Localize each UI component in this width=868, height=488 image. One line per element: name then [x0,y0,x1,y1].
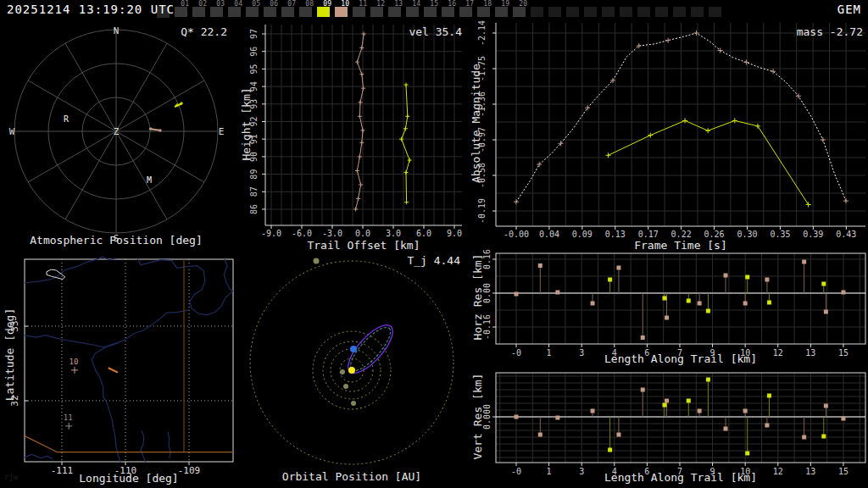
marker-square [515,292,519,297]
tick-label: 0.09 [572,230,593,239]
frame-box[interactable] [246,7,259,17]
polar-spoke [65,131,116,219]
frame-box[interactable] [406,7,419,17]
datetime-display: 20251214 13:19:20 UTC [7,3,175,16]
marker-square [616,266,620,270]
marker-square [765,424,769,428]
tick-label: 0.00 [482,283,492,303]
frame-box[interactable] [442,7,454,17]
frame-box[interactable] [388,7,401,17]
site-label: 10 [70,358,79,366]
frame-box[interactable] [228,7,241,17]
marker-square [538,263,542,268]
latitude-axis-label: Latitude [deg] [3,270,16,440]
tick-label: -0 [511,348,521,358]
lake-outline [47,269,65,279]
frame-label: 11 [359,0,367,8]
marker-square [616,433,620,437]
tick-label: 0.04 [539,230,559,239]
frame-label: 06 [270,0,278,8]
q-value: Q* 22.2 [125,26,227,38]
polar-spoke [28,131,116,182]
frame-time-title: Frame Time [s] [579,240,782,252]
frame-box[interactable] [335,7,348,17]
tick-label: 0.22 [671,230,692,239]
frame-box[interactable] [513,7,526,17]
frame-box[interactable] [299,7,312,17]
marker-square [665,316,669,320]
polar-spoke [65,43,116,131]
frame-box[interactable] [637,7,650,17]
tick-label: 3.0 [386,229,401,238]
marker-square [841,417,845,421]
marker-square [608,278,612,282]
frame-box[interactable] [495,7,508,17]
river [168,432,170,458]
compass-north-label: N [114,25,120,36]
frame-box[interactable] [353,7,365,17]
marker-square [591,409,595,413]
magnitude-plot: -0.000.040.090.130.170.220.260.300.350.3… [477,20,865,239]
marker-square [821,282,826,286]
frame-box[interactable] [709,7,721,17]
frame-box[interactable] [548,7,561,17]
tick-label: 0.26 [704,230,725,239]
zenith-label: Z [114,126,120,137]
frame-box[interactable] [192,7,205,17]
marker-square [824,310,828,314]
frame-box[interactable] [691,7,704,17]
marker-square [802,260,806,264]
frame-box[interactable] [281,7,294,17]
magnitude-axis-label: Absolute Magnitude [470,39,482,208]
tick-label: 9.0 [447,229,462,238]
frame-box[interactable] [620,7,632,17]
frame-label: 04 [234,0,242,8]
frame-box[interactable] [602,7,615,17]
frame-box[interactable] [459,7,472,17]
tick-label: 15 [838,348,849,358]
frame-box[interactable] [210,7,223,17]
frame-label: 12 [376,0,385,8]
vert-res-plot: -0134679101213150.000 [482,373,865,476]
marker-square [743,302,748,306]
marker-square [724,274,728,278]
ground-track [108,368,118,372]
frame-box[interactable] [584,7,597,17]
frame-box[interactable] [673,7,686,17]
frame-label: 15 [430,0,438,8]
moon-label: M [147,175,152,185]
marker-square [824,404,828,408]
atmospheric-plot: NSWEZRM [9,25,225,244]
tisserand-value: T_j 4.44 [359,255,460,267]
tick-label: 0.0 [355,229,370,238]
river [137,259,233,315]
state-border [25,435,58,452]
frame-box[interactable] [566,7,579,17]
atmospheric-title: Atmospheric Position [deg] [2,235,231,247]
marker-square [662,297,666,301]
trail-title: Trail Offset [km] [262,240,465,252]
mars-dot [351,401,356,406]
marker-square [802,435,806,440]
marker-square [724,427,728,431]
tick-label: -0.00 [504,230,529,239]
frame-box[interactable] [317,7,330,17]
frame-box[interactable] [424,7,437,17]
frame-box[interactable] [175,7,187,17]
marker-square [767,394,771,398]
frame-box[interactable] [264,7,276,17]
frame-label: 02 [198,0,207,8]
frame-box[interactable] [531,7,543,17]
tick-label: 0.43 [836,230,856,239]
plot-frame [496,373,865,463]
frame-box[interactable] [655,7,668,17]
marker-square [821,435,826,439]
frame-box[interactable] [370,7,383,17]
map-plot: 1011-111-110-1093332 [9,257,233,476]
tick-label: -9.0 [261,229,281,238]
radiant-label: R [64,114,70,124]
horz-res-plot: -0134679101213150.160.00-0.16 [482,249,865,358]
frame-box[interactable] [477,7,490,17]
sun-dot [348,367,355,374]
tick-label: 15 [838,467,849,476]
